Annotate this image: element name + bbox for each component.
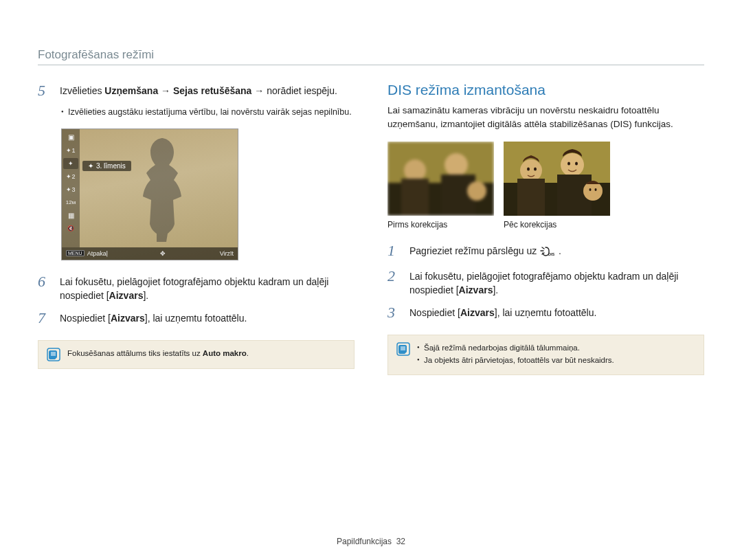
note-icon <box>396 342 410 356</box>
step-6: 6 Lai fokusētu, pielāgojiet fotografējam… <box>38 273 355 303</box>
retouch-level-icon: ✦ <box>63 158 78 169</box>
note-box: Šajā režīmā nedarbojas digitālā tālummai… <box>387 335 704 375</box>
move-label: Virzīt <box>220 250 234 257</box>
comparison-photos <box>387 142 704 216</box>
photo-before <box>387 142 494 216</box>
note-icon <box>47 348 60 361</box>
photo-captions: Pirms korekcijas Pēc korekcijas <box>387 220 704 229</box>
text: ]. <box>143 290 148 301</box>
step-text: Lai fokusētu, pielāgojiet fotografējamo … <box>409 267 704 298</box>
mode-icon: ▣ <box>65 132 77 143</box>
text: ], lai uzņemtu fotoattēlu. <box>145 313 247 324</box>
sub-bullets: Izvēlieties augstāku iestatījuma vērtību… <box>61 107 355 119</box>
step-text: Pagrieziet režīmu pārslēgu uz DIS . <box>409 242 561 260</box>
text: norādiet iespēju. <box>267 85 337 96</box>
svg-rect-16 <box>517 179 545 216</box>
svg-point-7 <box>467 181 486 201</box>
intro-paragraph: Lai samazinātu kameras vibrāciju un novē… <box>387 104 704 131</box>
step-7: 7 Nospiediet [Aizvars], lai uzņemtu foto… <box>38 309 355 327</box>
caption-before: Pirms korekcijas <box>387 220 494 229</box>
svg-point-20 <box>595 188 597 191</box>
resolution-icon: 12м <box>65 197 77 208</box>
text: . <box>247 349 249 357</box>
dis-mode-icon: DIS <box>539 247 556 257</box>
text: Lai fokusētu, pielāgojiet fotografējamo … <box>60 276 328 301</box>
quality-icon: ▦ <box>65 210 77 221</box>
page-footer: Papildfunkcijas 32 <box>0 537 742 546</box>
back-label: Atpakaļ <box>87 250 108 257</box>
step-text: Izvēlieties Uzņemšana → Sejas retušēšana… <box>60 82 337 100</box>
text: Lai fokusētu, pielāgojiet fotografējamo … <box>409 271 678 295</box>
bold-text: Uzņemšana <box>104 85 158 96</box>
svg-point-19 <box>589 188 592 191</box>
text: Fokusēšanas attālums tiks iestatīts uz <box>67 349 203 357</box>
lcd-bottom-bar: MENU Atpakaļ ✥ Virzīt <box>62 247 238 260</box>
text: . <box>559 245 561 256</box>
note-list: Šajā režīmā nedarbojas digitālā tālummai… <box>417 342 614 368</box>
arrow: → <box>158 85 173 96</box>
bullet-item: Izvēlieties augstāku iestatījuma vērtību… <box>61 107 355 119</box>
bold-text: Sejas retušēšana <box>173 85 251 96</box>
step-1: 1 Pagrieziet režīmu pārslēgu uz DIS . <box>387 242 704 260</box>
note-text: Fokusēšanas attālums tiks iestatīts uz A… <box>67 348 249 359</box>
step-number: 7 <box>38 309 52 327</box>
svg-point-15 <box>575 162 578 166</box>
left-column: 5 Izvēlieties Uzņemšana → Sejas retušēša… <box>38 82 355 375</box>
bold-text: Aizvars <box>111 313 145 324</box>
right-column: DIS režīma izmantošana Lai samazinātu ka… <box>387 82 704 375</box>
step-number: 3 <box>387 304 401 322</box>
step-5: 5 Izvēlieties Uzņemšana → Sejas retušēša… <box>38 82 355 100</box>
svg-rect-5 <box>401 179 429 216</box>
footer-label: Papildfunkcijas <box>337 537 392 546</box>
text: ], lai uzņemtu fotoattēlu. <box>495 307 597 318</box>
retouch-icon: ✦3 <box>65 184 77 195</box>
text: Pagrieziet režīmu pārslēgu uz <box>409 245 539 256</box>
section-header: Fotografēšanas režīmi <box>38 48 704 65</box>
page-number: 32 <box>396 537 405 546</box>
bold-text: Auto makro <box>203 349 247 357</box>
bold-text: Aizvars <box>459 284 493 295</box>
note-box: Fokusēšanas attālums tiks iestatīts uz A… <box>38 340 355 369</box>
step-text: Lai fokusētu, pielāgojiet fotografējamo … <box>60 273 355 303</box>
menu-label: MENU <box>66 250 85 256</box>
lcd-side-icons: ▣ ✦1 ✦ ✦2 ✦3 12м ▦ 🔇 <box>62 129 80 247</box>
svg-point-4 <box>445 153 468 177</box>
sound-off-icon: 🔇 <box>65 223 77 234</box>
step-number: 2 <box>387 267 401 298</box>
step-number: 6 <box>38 273 52 303</box>
navigate-icon: ✥ <box>160 250 166 257</box>
text: Nospiediet [ <box>409 307 460 318</box>
svg-rect-9 <box>504 142 610 183</box>
svg-point-3 <box>404 159 426 181</box>
step-text: Nospiediet [Aizvars], lai uzņemtu fotoat… <box>409 304 596 322</box>
step-2: 2 Lai fokusētu, pielāgojiet fotografējam… <box>387 267 704 298</box>
svg-rect-2 <box>387 142 494 183</box>
svg-point-11 <box>527 168 530 171</box>
caption-after: Pēc korekcijas <box>504 220 556 229</box>
retouch-icon: ✦1 <box>65 145 77 156</box>
text: Nospiediet [ <box>60 313 111 324</box>
note-item: Šajā režīmā nedarbojas digitālā tālummai… <box>417 342 614 354</box>
svg-point-18 <box>583 181 603 201</box>
person-silhouette-icon <box>124 135 199 248</box>
retouch-icon: ✦2 <box>65 171 77 182</box>
svg-point-10 <box>520 159 542 181</box>
text: Izvēlieties <box>60 85 104 96</box>
step-number: 5 <box>38 82 52 100</box>
camera-lcd-preview: ▣ ✦1 ✦ ✦2 ✦3 12м ▦ 🔇 ✦3. līmenis MENU At… <box>61 128 238 260</box>
note-item: Ja objekts ātri pārvietojas, fotoattēls … <box>417 355 614 366</box>
text: ]. <box>493 284 498 295</box>
bold-text: Aizvars <box>109 290 144 301</box>
svg-point-14 <box>567 162 570 166</box>
svg-point-13 <box>561 153 584 177</box>
svg-text:DIS: DIS <box>548 252 555 256</box>
level-label: ✦3. līmenis <box>82 161 131 171</box>
step-3: 3 Nospiediet [Aizvars], lai uzņemtu foto… <box>387 304 704 322</box>
step-number: 1 <box>387 242 401 260</box>
section-title: DIS režīma izmantošana <box>387 82 704 98</box>
step-text: Nospiediet [Aizvars], lai uzņemtu fotoat… <box>60 309 247 327</box>
arrow: → <box>251 85 267 96</box>
text: 3. līmenis <box>96 162 126 170</box>
photo-after <box>504 142 610 216</box>
bold-text: Aizvars <box>460 307 495 318</box>
